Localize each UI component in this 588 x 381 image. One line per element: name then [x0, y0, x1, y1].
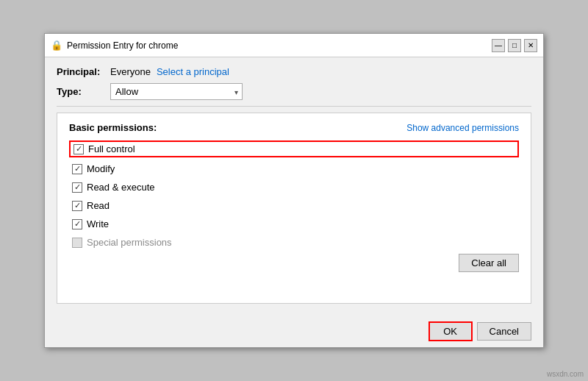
- checkbox-special[interactable]: [72, 238, 82, 248]
- perm-label-modify: Modify: [87, 163, 115, 174]
- permission-entry-dialog: 🔒 Permission Entry for chrome — □ ✕ Prin…: [44, 33, 544, 348]
- window-title: Permission Entry for chrome: [67, 40, 178, 51]
- checkbox-read-execute[interactable]: [72, 182, 82, 193]
- show-advanced-link[interactable]: Show advanced permissions: [406, 123, 519, 133]
- ok-button[interactable]: OK: [429, 321, 473, 341]
- permission-item-write: Write: [69, 217, 519, 231]
- perm-label-full-control: Full control: [88, 143, 135, 154]
- close-button[interactable]: ✕: [524, 39, 537, 52]
- principal-label: Principal:: [57, 66, 104, 77]
- perm-label-special: Special permissions: [87, 237, 172, 248]
- perm-label-write: Write: [87, 218, 109, 229]
- permission-item-read: Read: [69, 199, 519, 213]
- clear-all-button[interactable]: Clear all: [459, 254, 519, 272]
- type-label: Type:: [57, 86, 104, 97]
- maximize-button[interactable]: □: [508, 39, 521, 52]
- divider: [57, 106, 531, 107]
- permission-item-full-control: Full control: [69, 140, 519, 157]
- type-select-wrapper: Allow Deny ▾: [110, 83, 243, 100]
- principal-row: Principal: Everyone Select a principal: [57, 66, 531, 77]
- permission-item-modify: Modify: [69, 162, 519, 176]
- clear-all-container: Clear all: [69, 254, 519, 278]
- permission-item-read-execute: Read & execute: [69, 180, 519, 194]
- checkbox-full-control[interactable]: [74, 144, 84, 154]
- panel-header: Basic permissions: Show advanced permiss…: [69, 122, 519, 133]
- window-controls: — □ ✕: [492, 39, 537, 52]
- checkbox-modify[interactable]: [72, 164, 82, 174]
- watermark: wsxdn.com: [547, 370, 584, 378]
- permission-item-special: Special permissions: [69, 235, 519, 249]
- checkbox-write[interactable]: [72, 219, 82, 229]
- panel-title: Basic permissions:: [69, 122, 157, 133]
- dialog-content: Principal: Everyone Select a principal T…: [45, 57, 543, 313]
- title-bar-left: 🔒 Permission Entry for chrome: [51, 40, 178, 51]
- permissions-panel: Basic permissions: Show advanced permiss…: [57, 113, 531, 304]
- type-select[interactable]: Allow Deny: [110, 83, 243, 100]
- perm-label-read-execute: Read & execute: [87, 182, 155, 193]
- minimize-button[interactable]: —: [492, 39, 505, 52]
- window-icon: 🔒: [51, 40, 62, 51]
- principal-value: Everyone: [110, 66, 151, 77]
- title-bar: 🔒 Permission Entry for chrome — □ ✕: [45, 34, 543, 57]
- perm-label-read: Read: [87, 200, 110, 211]
- footer-bar: OK Cancel: [45, 316, 543, 347]
- cancel-button[interactable]: Cancel: [477, 322, 531, 341]
- checkbox-read[interactable]: [72, 201, 82, 211]
- select-principal-link[interactable]: Select a principal: [157, 66, 229, 77]
- type-row: Type: Allow Deny ▾: [57, 83, 531, 100]
